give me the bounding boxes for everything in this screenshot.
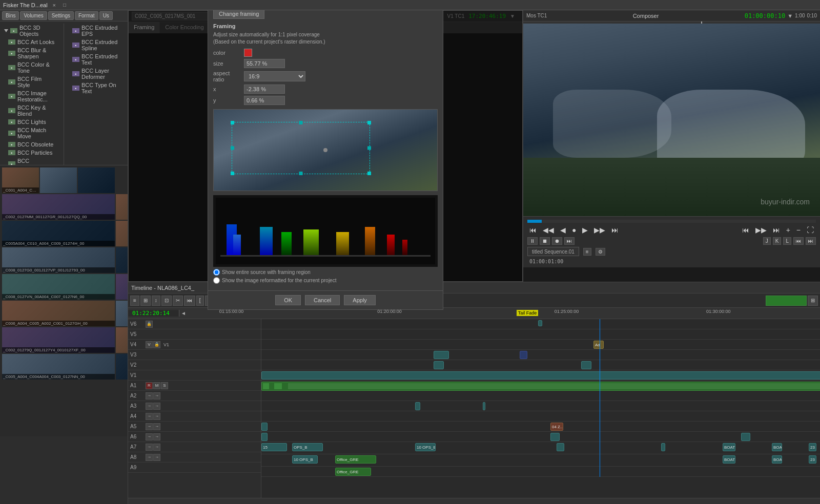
clip-a7-ops2[interactable]: OPS_B: [292, 443, 323, 451]
thumb-item[interactable]: _C008_0127G0_001J127VP_001J12793_00: [2, 247, 115, 273]
effect-item-color[interactable]: ▪BCC Color & Tone: [0, 60, 64, 75]
clip-a7-2[interactable]: [661, 443, 665, 451]
effect-item-blur[interactable]: ▪BCC Blur & Sharpen: [0, 46, 64, 60]
clip-v2-2[interactable]: [581, 361, 591, 369]
clip-a6-2[interactable]: [550, 433, 560, 441]
apply-button[interactable]: Apply: [344, 295, 376, 305]
track-arrow-a5[interactable]: →: [146, 423, 153, 430]
clip-a5-1[interactable]: [261, 423, 268, 431]
thumb-item[interactable]: _C002_01279Q_001J127Y4_0010127XF_00: [2, 327, 115, 353]
thumb-item[interactable]: [116, 221, 128, 246]
effect-item-spline[interactable]: ▪BCC Extruded Spline: [64, 38, 128, 52]
transport-step-fwd-btn[interactable]: ▶▶: [592, 225, 607, 235]
clip-a7-23ar[interactable]: 23 Ar: [809, 443, 816, 451]
size-input[interactable]: [244, 59, 285, 68]
settings-btn[interactable]: Settings: [48, 11, 74, 20]
track-send-a5[interactable]: →: [153, 423, 160, 430]
track-arrow-a6[interactable]: →: [146, 433, 153, 440]
cancel-button[interactable]: Cancel: [305, 295, 340, 305]
track-send-a6[interactable]: →: [153, 433, 160, 440]
transport-extra3[interactable]: ⏭: [771, 225, 782, 235]
y-input[interactable]: [244, 96, 285, 105]
clip-a5-2[interactable]: 04 Z...: [550, 423, 563, 431]
minimize-icon[interactable]: □: [63, 2, 66, 8]
clip-v6-1[interactable]: [538, 320, 542, 326]
transport-extra2[interactable]: ▶▶: [753, 225, 769, 235]
clip-v3-2[interactable]: [520, 351, 527, 359]
thumb-item[interactable]: [116, 274, 128, 300]
effect-group-3d[interactable]: ▪ BCC 3D Objects: [0, 24, 64, 38]
clip-v1-main[interactable]: [261, 371, 820, 380]
comp-btn-4[interactable]: ⏭: [564, 237, 575, 245]
thumb-item[interactable]: [116, 301, 128, 326]
clip-a7-ops1[interactable]: 15: [261, 443, 287, 451]
track-lock-v6[interactable]: 🔒: [146, 321, 153, 328]
tl-extra1[interactable]: ⊞: [808, 296, 818, 306]
color-swatch[interactable]: [244, 49, 252, 57]
timeline-scrollbar[interactable]: [128, 498, 820, 504]
track-send-a8[interactable]: →: [153, 454, 160, 461]
clip-a7-1[interactable]: [557, 443, 564, 451]
track-mute-a1[interactable]: M: [153, 382, 160, 389]
effect-item-perspective[interactable]: ▪BCC Perspective: [0, 157, 64, 165]
change-framing-button[interactable]: Change framing: [213, 10, 264, 19]
transport-play-back-btn[interactable]: ◀: [558, 225, 568, 235]
tl-render-btn[interactable]: [766, 296, 807, 306]
comp-btn-2[interactable]: ⏹: [540, 237, 550, 245]
thumb-item[interactable]: [40, 167, 77, 193]
effect-item-obsolete[interactable]: ▪BCC Obsolete: [0, 140, 64, 149]
tl-mark-in[interactable]: [: [196, 296, 204, 306]
thumb-item[interactable]: [116, 247, 128, 273]
clip-a6-3[interactable]: [741, 433, 750, 441]
clip-a6-1[interactable]: [261, 433, 268, 441]
comp-btn-1[interactable]: ⏸: [527, 237, 538, 245]
tl-ripple-btn[interactable]: ↕: [152, 296, 160, 306]
transport-step-back-btn[interactable]: ◀◀: [541, 225, 556, 235]
tl-snap-btn[interactable]: ⊞: [140, 296, 151, 306]
effect-item-deformer[interactable]: ▪BCC Layer Deformer: [64, 67, 128, 81]
comp-btn-3[interactable]: ⏺: [552, 237, 562, 245]
transport-extra1[interactable]: ⏮: [740, 225, 751, 235]
thumb-item[interactable]: [116, 327, 128, 353]
clip-a7-boat1[interactable]: BOAT: [723, 443, 735, 451]
track-arrow-a3[interactable]: →: [146, 403, 153, 410]
clip-v3-1[interactable]: [434, 351, 449, 359]
effect-item-text[interactable]: ▪BCC Extruded Text: [64, 52, 128, 67]
track-arrow-a4[interactable]: →: [146, 413, 153, 420]
track-arrow-a8[interactable]: →: [146, 454, 153, 461]
comp-btn-9[interactable]: ⏭: [806, 237, 816, 245]
thumb-item[interactable]: _C001_A004_C012...: [2, 167, 39, 193]
radio-entire-source[interactable]: [213, 269, 220, 276]
clip-v4-ad[interactable]: Ad: [593, 341, 604, 349]
track-arrow-a7[interactable]: →: [146, 444, 153, 451]
volumes-btn[interactable]: Volumes: [20, 11, 47, 20]
seq-btn-1[interactable]: ≡: [583, 248, 591, 256]
clip-a9-office[interactable]: Office_GRE: [335, 468, 371, 476]
bins-btn[interactable]: Bins: [2, 11, 19, 20]
thumb-item[interactable]: [116, 194, 128, 220]
thumb-item[interactable]: _C002_0127MM_001127GR_001J127QQ_00: [2, 194, 115, 220]
ruler-scroll-btn[interactable]: ◄: [179, 310, 188, 316]
zoom-in-btn[interactable]: +: [784, 225, 792, 235]
clip-a8-boat1[interactable]: BOAT: [723, 455, 735, 464]
tl-in-btn[interactable]: ⏮: [184, 296, 195, 306]
thumb-item[interactable]: _C005_A004_C004A004_C003_0127NN_00: [2, 354, 115, 380]
transport-stop-btn[interactable]: ●: [570, 225, 578, 235]
transport-ff-btn[interactable]: ⏭: [609, 225, 621, 235]
tl-razor-btn[interactable]: ✂: [173, 296, 183, 306]
track-send-a2[interactable]: →: [153, 392, 160, 400]
clip-a8-10ops[interactable]: 10 OPS_B: [292, 455, 318, 464]
track-send-a7[interactable]: →: [153, 444, 160, 451]
clip-a8-boa2[interactable]: BOA: [772, 455, 782, 464]
x-input[interactable]: [244, 85, 285, 94]
effect-item-film[interactable]: ▪BCC Film Style: [0, 75, 64, 89]
tl-menu-btn[interactable]: ≡: [130, 296, 139, 306]
thumb-item[interactable]: [116, 354, 128, 380]
clip-a3-1[interactable]: [415, 402, 420, 410]
clip-a1-main[interactable]: 41: [261, 382, 820, 391]
track-enable-v4[interactable]: V: [146, 341, 153, 348]
transport-rewind-btn[interactable]: ⏮: [527, 225, 539, 235]
tl-sync-btn[interactable]: ⊡: [161, 296, 172, 306]
effect-item-particles[interactable]: ▪BCC Particles: [0, 149, 64, 157]
composer-scrubbar[interactable]: [527, 220, 816, 223]
